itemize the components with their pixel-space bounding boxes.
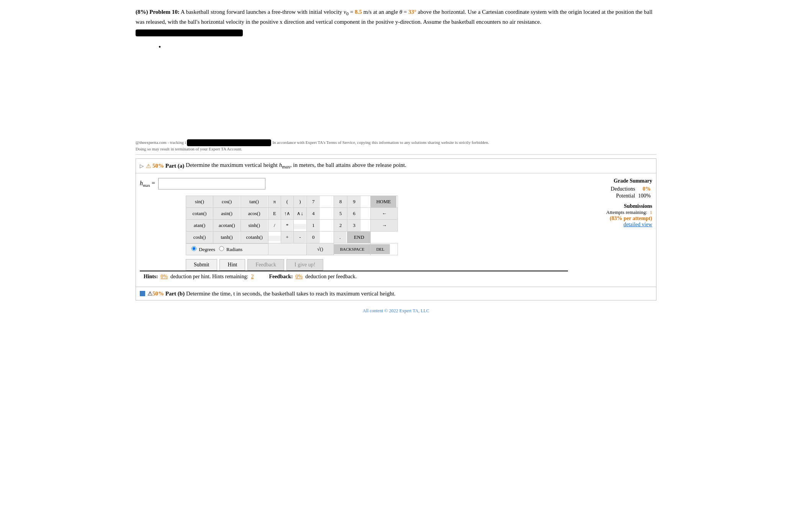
- e-btn[interactable]: E: [268, 208, 281, 219]
- num-5-btn[interactable]: 5: [334, 208, 347, 219]
- submissions-title: Submissions: [624, 203, 652, 209]
- hmax-input[interactable]: [158, 178, 265, 189]
- radians-text: Radians: [226, 246, 242, 252]
- num-6-btn[interactable]: 6: [347, 208, 361, 219]
- pi-btn[interactable]: π: [268, 196, 281, 207]
- deductions-row: Deductions 0%: [609, 186, 652, 193]
- plus-btn[interactable]: +: [281, 232, 293, 243]
- problem-section: (8%) Problem 10: A basketball strong for…: [136, 4, 656, 155]
- acos-btn[interactable]: acos(): [241, 208, 268, 219]
- part-a-body: hmax = sin() cos() tan() π (: [136, 173, 656, 287]
- detailed-view-link[interactable]: detailed view: [623, 222, 652, 227]
- minus-btn[interactable]: -: [294, 232, 306, 243]
- per-attempt-row: (83% per attempt): [576, 215, 652, 222]
- num-4-btn[interactable]: 4: [307, 208, 320, 219]
- part-a-header: ▷ ⚠ 50% Part (a) Determine the maximum v…: [136, 159, 656, 173]
- end-btn[interactable]: END: [347, 232, 370, 243]
- empty-space: [136, 53, 656, 137]
- left-arrow-btn[interactable]: ←: [371, 208, 398, 219]
- hints-pct: 0%: [160, 274, 168, 279]
- backspace-btn[interactable]: BACKSPACE: [334, 244, 371, 254]
- tracking-text: @theexpertta.com - tracking i: [136, 140, 186, 144]
- v0-value: 8.5: [355, 9, 362, 15]
- igiveup-button[interactable]: I give up!: [286, 259, 323, 271]
- star-btn[interactable]: *: [281, 220, 293, 231]
- feedback-button[interactable]: Feedback: [247, 259, 284, 271]
- num-3-btn[interactable]: 3: [347, 220, 361, 231]
- hints-bar: Hints: 0% deduction per hint. Hints rema…: [140, 271, 568, 282]
- grade-summary-title: Grade Summary: [576, 178, 652, 184]
- cosh-btn[interactable]: cosh(): [186, 232, 213, 243]
- feedback-label-bar: Feedback:: [269, 274, 293, 279]
- num-9-btn[interactable]: 9: [347, 196, 361, 207]
- right-arrow-btn[interactable]: →: [371, 220, 398, 231]
- empty-cell: [294, 224, 306, 229]
- up-arrow-btn[interactable]: ↑∧: [281, 208, 294, 219]
- hints-label: Hints:: [144, 274, 158, 279]
- deductions-value: 0%: [637, 186, 652, 193]
- calc-row-4: cosh() tanh() cotanh() + - 0 . END: [186, 232, 398, 243]
- submissions-section: Submissions: [576, 203, 652, 209]
- acotan-btn[interactable]: acotan(): [213, 220, 241, 231]
- warning-icon: ⚠: [146, 163, 151, 170]
- decimal-btn[interactable]: .: [334, 232, 346, 243]
- num-8-btn[interactable]: 8: [334, 196, 347, 207]
- redacted-bar-1: [136, 29, 656, 36]
- problem-text: (8%) Problem 10: A basketball strong for…: [136, 8, 656, 26]
- del-btn[interactable]: DEL: [371, 244, 389, 254]
- atan-btn[interactable]: atan(): [186, 220, 213, 231]
- dot-symbol: •: [159, 43, 161, 51]
- open-paren-btn[interactable]: (: [281, 196, 293, 207]
- feedback-info: Feedback: 0% deduction per feedback.: [269, 274, 357, 280]
- radians-radio[interactable]: [219, 246, 224, 251]
- calc-table: sin() cos() tan() π ( ) 7 8 9 HOME: [186, 196, 398, 255]
- hint-button[interactable]: Hint: [219, 259, 245, 271]
- hmax-label: hmax =: [140, 180, 155, 188]
- num-1-btn[interactable]: 1: [307, 220, 320, 231]
- home-btn[interactable]: HOME: [371, 196, 396, 207]
- page-footer: All content © 2022 Expert TA, LLC: [136, 305, 656, 317]
- grade-summary: Grade Summary Deductions 0% Potential 10…: [576, 178, 652, 282]
- sinh-btn[interactable]: sinh(): [241, 220, 268, 231]
- part-a-percent: 50%: [152, 163, 164, 169]
- submit-button[interactable]: Submit: [186, 259, 217, 271]
- calc-row-3: atan() acotan() sinh() / * 1 2 3 →: [186, 220, 398, 232]
- calc-row-5: Degrees Radians √(): [186, 243, 398, 255]
- calculator: sin() cos() tan() π ( ) 7 8 9 HOME: [186, 196, 568, 255]
- part-b-header: ⚠ 50% Part (b) Determine the time, t in …: [136, 287, 656, 300]
- num-2-btn[interactable]: 2: [334, 220, 347, 231]
- cotanh-btn[interactable]: cotanh(): [241, 232, 268, 243]
- tan-btn[interactable]: tan(): [241, 196, 268, 207]
- cotan-btn[interactable]: cotan(): [186, 208, 213, 219]
- sqrt-btn[interactable]: √(): [307, 243, 334, 255]
- empty-cell-2: [268, 236, 281, 241]
- dot-area: •: [136, 38, 656, 53]
- part-a-section: ▷ ⚠ 50% Part (a) Determine the maximum v…: [136, 158, 656, 287]
- hints-remaining[interactable]: 2: [251, 274, 254, 279]
- tracking-note-text: Doing so may result in termination of yo…: [136, 147, 242, 151]
- sin-btn[interactable]: sin(): [186, 196, 213, 207]
- tracking-suffix: In accordance with Expert TA's Terms of …: [272, 140, 489, 144]
- close-paren-btn[interactable]: ): [294, 196, 306, 207]
- degrees-label[interactable]: Degrees: [191, 246, 215, 253]
- down-arrow-btn[interactable]: ∧↓: [294, 208, 306, 219]
- expand-icon[interactable]: ▷: [140, 163, 144, 169]
- asin-btn[interactable]: asin(): [213, 208, 240, 219]
- footer-text: All content © 2022 Expert TA, LLC: [363, 308, 429, 313]
- num-7-btn[interactable]: 7: [307, 196, 320, 207]
- cos-btn[interactable]: cos(): [213, 196, 240, 207]
- calc-function-keys: sin() cos() tan() π ( ) 7 8 9 HOME: [186, 196, 398, 255]
- deductions-label: Deductions: [609, 186, 637, 193]
- hints-text: deduction per hint. Hints remaining:: [170, 274, 248, 279]
- redacted-content-2: [187, 139, 271, 146]
- num-0-btn[interactable]: 0: [307, 232, 320, 243]
- tracking-note: @theexpertta.com - tracking i In accorda…: [136, 139, 656, 152]
- part-b-warning-icon: ⚠: [147, 290, 152, 297]
- part-a-main: hmax = sin() cos() tan() π (: [140, 178, 568, 282]
- tanh-btn[interactable]: tanh(): [213, 232, 240, 243]
- radians-label[interactable]: Radians: [219, 246, 242, 253]
- redacted-content-1: [136, 29, 243, 36]
- potential-label: Potential: [609, 193, 637, 199]
- degrees-radio[interactable]: [191, 246, 196, 251]
- slash-btn[interactable]: /: [268, 220, 281, 231]
